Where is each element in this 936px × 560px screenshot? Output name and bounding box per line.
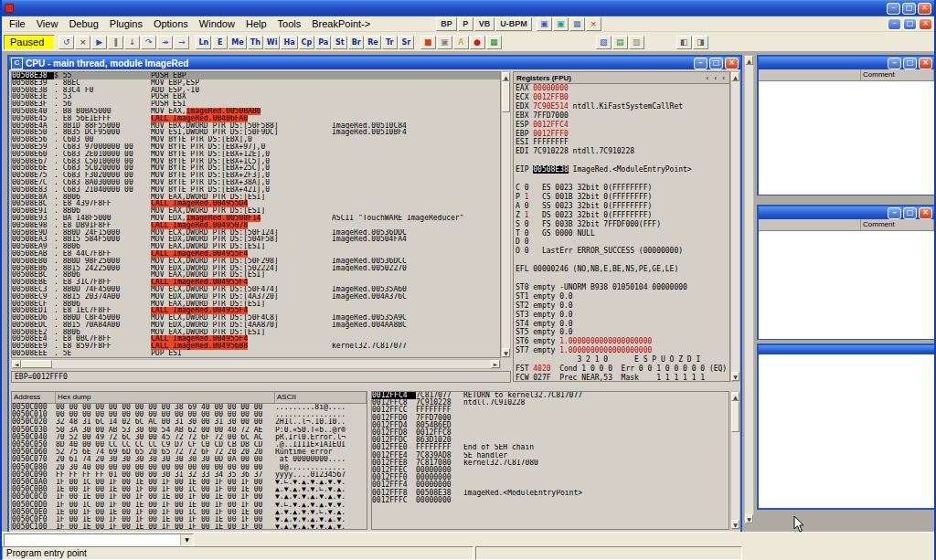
highlight-icon[interactable]: ▦ [486,36,502,49]
chevron-down-icon[interactable]: ▼ [180,534,193,545]
register-line[interactable]: 3 2 1 0 E S P U O Z D I [514,355,729,365]
scroll-thumb[interactable] [502,81,510,112]
dump-row[interactable]: 0050C0D01F 00 1C 00 1F 00 1E 00 1F 00 1E… [12,502,367,509]
window-cascade-icon[interactable]: ▧ [596,36,612,49]
side1-close-button[interactable]: × [919,58,932,69]
disasm-row[interactable]: 00508E9D. 8B0D 24F15000MOV ECX,DWORD PTR… [12,229,500,237]
scroll-track[interactable] [731,432,739,520]
toolbar-letter-ha[interactable]: Ha [281,36,297,49]
column-header-comment[interactable]: Comment [861,69,934,80]
menu-item-tools[interactable]: Tools [272,18,307,29]
window-minimize-button[interactable]: – [887,3,900,15]
column-header-blank[interactable] [759,69,861,80]
toolbar-letter-br[interactable]: Br [348,36,364,49]
register-line[interactable]: Z 1 DS 0023 32bit 0(FFFFFFFF) [514,211,729,220]
scroll-down-icon[interactable]: ▼ [502,348,510,357]
plugin-teal-icon[interactable]: ▣ [553,17,569,31]
register-line[interactable]: D 0 [514,238,729,247]
toolbar-letter-cp[interactable]: Cp [299,36,315,49]
dump-row[interactable]: 0050C00000 00 00 00 00 00 00 00 00 38 69… [12,404,367,411]
toolbar-letter-st[interactable]: St [332,36,347,49]
toolbar-letter-e[interactable]: E [212,36,228,49]
menu-item-view[interactable]: View [31,18,64,29]
dump-header-ascii[interactable]: ASCII [275,392,367,403]
scroll-right-icon[interactable]: ► [491,360,500,368]
mdi-vscrollbar[interactable]: ▲ ▼ [744,55,754,524]
window-maximize-button[interactable]: □ [902,3,916,15]
register-line[interactable]: ESP 0012FFC4 [514,121,729,130]
step-into-icon[interactable]: ↓ [124,36,140,49]
pause-icon[interactable]: ‖ [108,36,123,49]
side2-maximize-button[interactable]: □ [903,207,917,219]
register-line[interactable]: EAX 00000000 [514,84,729,93]
mdi-child-maximize-button[interactable]: □ [903,18,917,30]
plugin-button-ubpm[interactable]: U-BPM [495,17,532,31]
menu-item-window[interactable]: Window [194,18,240,29]
toolbar-letter-me[interactable]: Me [229,36,246,49]
disasm-row[interactable]: 00508EBC. 8B06MOV EAX,DWORD PTR DS:[ESI] [12,271,500,279]
side2-minimize-button[interactable]: – [888,207,901,219]
disasm-row[interactable]: 00508E50. 8B35 DCF95000MOV ESI,DWORD PTR… [12,129,500,136]
cpu-close-button[interactable]: × [725,58,739,69]
dump-row[interactable]: 0050C0B01E 00 1F 00 1E 00 1F 00 1F 00 1C… [12,486,367,493]
disasm-row[interactable]: 00508EC9. 8B15 20374A00MOV EDX,DWORD PTR… [12,293,500,301]
scroll-up-icon[interactable]: ▲ [745,56,753,65]
register-line[interactable]: A 0 SS 0023 32bit 0(FFFFFFFF) [514,202,729,211]
disasm-row[interactable]: 00508E59. C683 97000000 00MOV BYTE PTR D… [12,143,500,151]
register-line[interactable] [514,256,729,265]
dump-header-hex[interactable]: Hex dump [56,392,275,403]
scroll-left-icon[interactable]: ◄ [12,360,21,368]
side-window-1-body[interactable] [759,81,934,195]
close-program-icon[interactable]: × [75,36,90,49]
register-line[interactable] [514,156,729,165]
registers-vscrollbar[interactable]: ▲ ▼ [730,71,740,382]
disasm-row[interactable]: 00508EB0. 8B0D 98F25000MOV ECX,DWORD PTR… [12,258,500,265]
registers-header-arrows[interactable]: ‹ ‹ ‹ [707,74,727,82]
register-line[interactable]: FCW 027F Prec NEAR,53 Mask 1 1 1 1 1 1 [514,374,729,382]
dump-row[interactable]: 0050C0C01F 00 1E 00 1F 00 1F 00 1E 00 1F… [12,493,367,501]
side1-maximize-button[interactable]: □ [903,58,917,69]
label-icon[interactable]: A [453,36,469,49]
register-line[interactable]: EIP 00508E38 ImageRed.<ModuleEntryPoint> [514,165,729,174]
register-line[interactable] [514,274,729,283]
register-line[interactable]: ESI FFFFFFFF [514,138,729,147]
menu-item-plugins[interactable]: Plugins [104,18,148,29]
registers-pane[interactable]: Registers (FPU) ‹ ‹ ‹ EAX 00000000ECX 00… [513,71,730,382]
disasm-row[interactable]: 00508EE9. E8 8597F8FFCALL ImageRed.00495… [12,343,500,350]
plugin-blue-icon[interactable]: ▣ [537,17,552,31]
panel-right-icon[interactable]: ◨ [693,36,708,49]
scroll-track[interactable] [745,65,753,514]
plugin-button-bp[interactable]: BP [436,17,457,31]
register-line[interactable]: T 0 GS 0000 NULL [514,229,729,238]
dump-row[interactable]: 0050C08020 30 40 00 00 00 00 00 00 00 00… [12,464,367,471]
disasm-row[interactable]: 00508E4A. 8B1D 88F55000MOV EBX,DWORD PTR… [12,122,500,130]
menu-item-options[interactable]: Options [148,18,194,29]
disasm-row[interactable]: 00508E40. B8 B0BA5000MOV EAX,ImageRed.00… [12,108,500,115]
stack-pane[interactable]: 0012FFC47C817077RETURN to kernel32.7C817… [371,391,729,530]
register-line[interactable]: ST4 empty 0.0 [514,320,729,329]
disasm-row[interactable]: 00508E8A. 8B06MOV EAX,DWORD PTR DS:[ESI] [12,194,500,201]
column-header-comment[interactable]: Comment [861,219,934,230]
dump-row[interactable]: 0050C090FF FF FF FF 01 00 00 00 30 31 32… [12,471,367,479]
side-window-3-body[interactable] [759,354,934,508]
dump-row[interactable]: 0050C06052 75 6E 74 69 6D 65 20 65 72 72… [12,449,367,456]
disasm-row[interactable]: 00508EE4. E8 0BC7F8FFCALL ImageRed.00495… [12,335,500,343]
dump-row[interactable]: 0050C1001F 00 1E 00 1F 00 1E 00 1F 00 1F… [12,523,367,530]
scroll-thumb[interactable] [731,401,739,432]
trace-over-icon[interactable]: → [174,36,189,49]
disasm-row[interactable]: 00508E56. C603 00MOV BYTE PTR DS:[EBX],0 [12,136,500,143]
register-line[interactable]: EDI 7C910228 ntdll.7C910228 [514,147,729,156]
dump-row[interactable]: 0050C0E01E 00 1F 00 1E 00 1F 00 1F 00 1C… [12,509,367,516]
disasm-row[interactable]: 00508E8C. E8 4397F8FFCALL ImageRed.00495… [12,200,500,207]
disasm-row[interactable]: 00508E6E. C683 5C020000 00MOV BYTE PTR D… [12,164,500,172]
scroll-thumb[interactable] [21,360,52,368]
scroll-track[interactable] [52,360,491,368]
disasm-row[interactable]: 00508E3B. 83C4 F0ADD ESP,-10 [12,87,500,94]
disasm-row[interactable]: 00508E7C. C683 8A030000 00MOV BYTE PTR D… [12,179,500,186]
combobox-value[interactable] [5,534,180,545]
cpu-window-titlebar[interactable]: C CPU - main thread, module ImageRed –□× [9,57,740,69]
disasm-row[interactable]: 00508ED6. 8B0D C8F45000MOV ECX,DWORD PTR… [12,314,500,322]
menu-item-debug[interactable]: Debug [63,18,103,29]
dump-row[interactable]: 0050C02032 48 31 6C 14 02 6C AC 00 31 30… [12,418,367,426]
register-line[interactable]: EBP 0012FFF0 [514,130,729,139]
